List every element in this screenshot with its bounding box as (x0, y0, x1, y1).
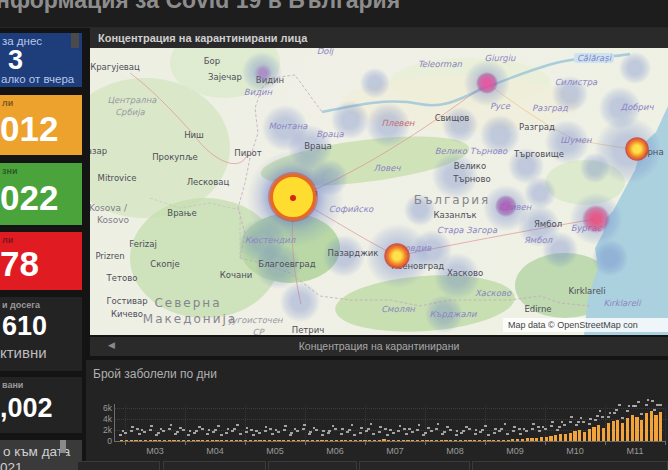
bar-data-label (378, 431, 381, 433)
kpi-card-quarantined[interactable]: вани ,002 (0, 377, 82, 433)
daily-cases-bar (631, 415, 634, 441)
bar-data-label (621, 417, 624, 419)
daily-cases-bar (497, 440, 500, 441)
bar-data-label (475, 429, 478, 431)
x-axis-label: M10 (555, 446, 595, 456)
daily-cases-bar (526, 438, 529, 441)
bar-data-label (609, 412, 612, 414)
gridline (365, 406, 366, 441)
x-axis-label: M06 (315, 446, 355, 456)
y-axis-label: 4k (88, 414, 112, 424)
kpi-card-infected[interactable]: ли 012 (0, 95, 82, 155)
kpi-card-recovered[interactable]: зни 022 (0, 163, 82, 225)
bar-data-label (174, 433, 177, 435)
bar-data-label (531, 428, 534, 430)
bar-data-label (532, 423, 535, 425)
sofia-hotspot (270, 174, 316, 220)
daily-cases-bar (368, 440, 371, 441)
bar-data-label (558, 426, 561, 428)
map-label: Разград (532, 103, 568, 113)
daily-cases-bar (635, 417, 638, 441)
plovdiv-hotspot (384, 243, 410, 269)
bar-data-label (506, 433, 509, 435)
map-label: Велико Търново (435, 146, 508, 156)
map-label: Северна (154, 296, 221, 310)
kpi-value: 610 (2, 311, 47, 342)
daily-cases-bar (277, 440, 280, 441)
dashboard-root: нформация за Covid 19 в България за днес… (0, 0, 668, 470)
bar-data-label (628, 405, 631, 407)
daily-cases-bar (478, 440, 481, 441)
bar-data-label (170, 424, 173, 426)
daily-cases-bar (187, 440, 190, 441)
daily-cases-bar (382, 439, 385, 441)
bar-data-label (634, 405, 637, 407)
date-value: 021 (0, 460, 23, 470)
map-label: Видин (244, 87, 272, 97)
bar-data-label (563, 424, 566, 426)
gridline (425, 406, 426, 441)
kpi-card-total[interactable]: и досега 610 ктивни (0, 297, 82, 371)
bar-data-label (201, 428, 204, 430)
map-label: Враца (304, 141, 331, 151)
daily-cases-bar (583, 432, 586, 441)
daily-cases-bar (263, 440, 266, 441)
map-canvas[interactable]: Map data © OpenStreetMap con КрагујевацБ… (90, 48, 668, 335)
bar-data-label (493, 432, 496, 434)
map-label: Зајечар (208, 72, 242, 82)
sliven-hotspot (495, 195, 517, 217)
bar-data-label (341, 428, 344, 430)
kpi-card-data-date[interactable]: о към дата 021 (0, 440, 82, 470)
daily-cases-bar (220, 440, 223, 441)
daily-cases-bar (545, 437, 548, 441)
bar-data-label (594, 419, 597, 421)
daily-cases-bar (397, 440, 400, 441)
bar-data-label (328, 430, 331, 432)
bar-data-label (365, 430, 368, 432)
cutoff-visual (163, 461, 266, 470)
bar-data-label (187, 434, 190, 436)
daily-cases-bar (626, 418, 629, 441)
map-label: Prizren (95, 251, 124, 261)
map-label: Свищов (435, 113, 470, 123)
kpi-card-deaths[interactable]: ли 78 (0, 232, 82, 290)
daily-cases-bar (192, 440, 195, 441)
daily-cases-bar (363, 440, 366, 441)
bar-data-label (136, 428, 139, 430)
daily-cases-bar (311, 440, 314, 441)
daily-cases-bar (468, 440, 471, 441)
map-label: Хасково (475, 288, 511, 298)
bar-data-label (494, 428, 497, 430)
bar-data-label (430, 430, 433, 432)
bar-data-label (613, 412, 616, 414)
daily-cases-chart[interactable]: 6k4k2k0M03M04M05M06M07M08M09M10M11 (86, 360, 668, 470)
bar-data-label (308, 433, 311, 435)
map-label: Ловеч (374, 163, 401, 173)
daily-cases-bar (459, 440, 462, 441)
x-axis-label: M05 (255, 446, 295, 456)
gridline (185, 406, 186, 441)
burgas-hotspot (582, 205, 610, 233)
bar-data-label (309, 431, 312, 433)
bar-data-label (212, 431, 215, 433)
map-label: Dolj (317, 48, 333, 56)
daily-cases-bar (225, 440, 228, 441)
heat-blob (580, 153, 610, 183)
kpi-card-new-today[interactable]: за днес 3 алко от вчера (0, 33, 82, 87)
map-label: Kosovo (97, 215, 129, 225)
bar-data-label (640, 413, 643, 415)
bar-data-label (659, 404, 662, 406)
title-bar: нформация за Covid 19 в България (0, 0, 668, 28)
daily-cases-bar (196, 440, 199, 441)
date-card-scrollbar[interactable] (60, 440, 66, 470)
map-caption: Концентрация на карантинирани (90, 340, 668, 352)
bar-data-label (236, 424, 239, 426)
bar-data-label (150, 425, 153, 427)
daily-cases-bar (158, 440, 161, 441)
x-axis-label: M04 (195, 446, 235, 456)
scrollbar-thumb[interactable] (60, 440, 66, 453)
sidebar-scrollbar-thumb[interactable] (71, 33, 79, 48)
map-label: Kırklareli (568, 286, 605, 296)
daily-cases-bar (659, 412, 662, 441)
bar-data-label (131, 426, 134, 428)
